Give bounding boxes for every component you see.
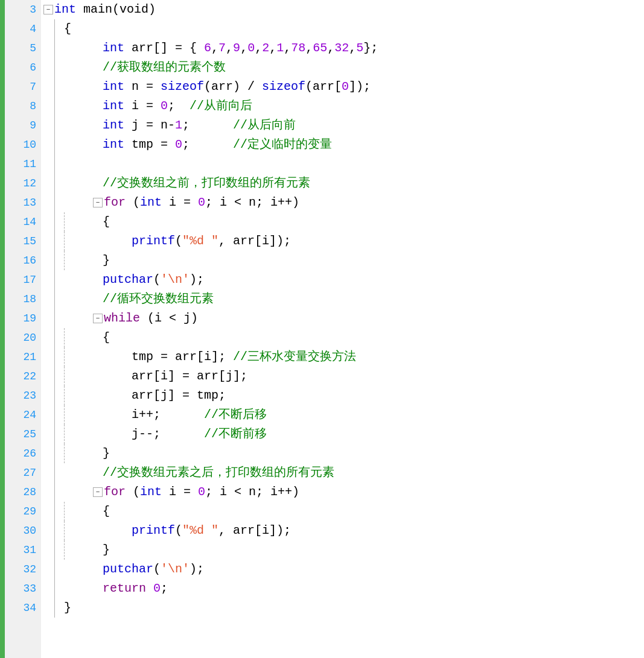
kw-int-for1: int — [140, 193, 169, 212]
guide-16b — [64, 251, 65, 270]
kw-for-13: for — [104, 193, 133, 212]
sizeof-2: sizeof — [262, 77, 305, 96]
code-editor: 3 4 5 6 7 8 9 10 11 12 13 14 15 16 17 18… — [0, 0, 644, 658]
fn-main: main(void) — [83, 0, 156, 19]
comment-6: //获取数组的元素个数 — [103, 58, 226, 77]
fn-putchar1: putchar — [103, 270, 153, 289]
code-line-10: int tmp = 0; //定义临时的变量 — [43, 135, 644, 154]
code-line-12: //交换数组之前，打印数组的所有元素 — [43, 174, 644, 193]
arr-j-assign: arr[j] = tmp; — [132, 386, 226, 405]
ln-3: 3 — [5, 0, 36, 19]
str-newline2: '\n' — [161, 560, 190, 579]
code-line-27: //交换数组元素之后，打印数组的所有元素 — [43, 463, 644, 482]
fold-btn-19[interactable]: − — [93, 314, 103, 323]
brace-open-4: { — [64, 19, 71, 39]
ln-24: 24 — [5, 405, 36, 425]
j-dec: j--; — [132, 425, 204, 444]
code-line-31: } — [43, 540, 644, 560]
comment-21: //三杯水变量交换方法 — [233, 347, 356, 367]
gutter — [0, 0, 5, 658]
fold-btn-13[interactable]: − — [93, 198, 103, 207]
n-decl: n = — [132, 77, 161, 96]
fold-btn-3[interactable]: − — [43, 5, 53, 14]
guide-30a — [54, 521, 55, 540]
code-line-26: } — [43, 444, 644, 463]
fold-btn-28[interactable]: − — [93, 487, 103, 497]
ln-5: 5 — [5, 39, 36, 58]
comment-18: //循环交换数组元素 — [103, 289, 214, 309]
ln-33: 33 — [5, 579, 36, 598]
guide-29a — [54, 502, 55, 521]
ln-27: 27 — [5, 463, 36, 482]
kw-return: return — [103, 579, 153, 598]
sizeof-1: sizeof — [161, 77, 204, 96]
code-line-20: { — [43, 328, 644, 347]
code-line-28: − for (int i = 0; i < n; i++) — [43, 482, 644, 502]
guide-32 — [54, 560, 55, 579]
tmp-decl: tmp = — [132, 135, 175, 154]
code-line-7: int n = sizeof(arr) / sizeof(arr[0]); — [43, 77, 644, 96]
kw-int-for2: int — [140, 482, 169, 502]
ln-34: 34 — [5, 598, 36, 618]
code-line-30: printf("%d ", arr[i]); — [43, 521, 644, 540]
code-line-8: int i = 0; //从前向后 — [43, 96, 644, 116]
ln-31: 31 — [5, 540, 36, 560]
guide-21a — [54, 347, 55, 367]
guide-24b — [64, 405, 65, 425]
comment-10: //定义临时的变量 — [233, 135, 332, 154]
ln-23: 23 — [5, 386, 36, 405]
guide-20a — [54, 328, 55, 347]
guide-33 — [54, 579, 55, 598]
code-line-11 — [43, 154, 644, 174]
guide-23b — [64, 386, 65, 405]
tmp-assign: tmp = arr[i]; — [132, 347, 233, 367]
i-inc: i++; — [132, 405, 204, 425]
code-line-16: } — [43, 251, 644, 270]
guide-11 — [54, 154, 55, 174]
comment-24: //不断后移 — [204, 405, 267, 425]
guide-26b — [64, 444, 65, 463]
ln-32: 32 — [5, 560, 36, 579]
guide-15b — [64, 232, 65, 251]
guide-4 — [54, 19, 55, 39]
guide-18 — [54, 289, 55, 309]
brace-for1-close: } — [103, 251, 110, 270]
guide-34 — [54, 598, 55, 618]
kw-int-main: int — [54, 0, 83, 19]
ln-30: 30 — [5, 521, 36, 540]
code-line-23: arr[j] = tmp; — [43, 386, 644, 405]
ln-28: 28 — [5, 482, 36, 502]
code-line-34: } — [43, 598, 644, 618]
guide-8 — [54, 96, 55, 116]
ln-16: 16 — [5, 251, 36, 270]
ln-26: 26 — [5, 444, 36, 463]
ln-21: 21 — [5, 347, 36, 367]
code-line-32: putchar('\n'); — [43, 560, 644, 579]
brace-main-close: } — [64, 598, 71, 618]
ln-10: 10 — [5, 135, 36, 154]
num-0-return: 0 — [153, 579, 161, 598]
guide-31a — [54, 540, 55, 560]
kw-int-5: int — [103, 39, 132, 58]
fn-putchar2: putchar — [103, 560, 153, 579]
code-content: − int main(void) { int arr[] = { 6,7,9,0… — [41, 0, 644, 658]
kw-while-19: while — [104, 309, 147, 328]
str-printf2: "%d " — [182, 521, 218, 540]
code-line-5: int arr[] = { 6,7,9,0,2,1,78,65,32,5}; — [43, 39, 644, 58]
guide-19 — [54, 309, 55, 328]
ln-11: 11 — [5, 154, 36, 174]
line-numbers: 3 4 5 6 7 8 9 10 11 12 13 14 15 16 17 18… — [5, 0, 41, 658]
guide-26a — [54, 444, 55, 463]
code-line-22: arr[i] = arr[j]; — [43, 367, 644, 386]
guide-21b — [64, 347, 65, 367]
str-newline1: '\n' — [161, 270, 190, 289]
code-line-4: { — [43, 19, 644, 39]
guide-24a — [54, 405, 55, 425]
fn-printf2: printf — [132, 521, 175, 540]
num-6: 6 — [204, 39, 211, 58]
brace-while-close: } — [103, 444, 110, 463]
ln-7: 7 — [5, 77, 36, 96]
ln-17: 17 — [5, 270, 36, 289]
ln-15: 15 — [5, 232, 36, 251]
guide-15a — [54, 232, 55, 251]
